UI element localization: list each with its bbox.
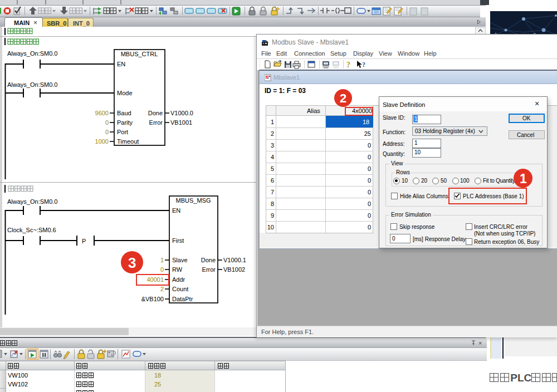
svg-text:2: 2: [160, 286, 164, 292]
svg-text:9600: 9600: [95, 110, 109, 116]
svg-text:EN: EN: [117, 61, 125, 67]
svg-text:1: 1: [160, 257, 164, 263]
svg-text:RW: RW: [172, 266, 183, 273]
svg-text:Count: Count: [172, 286, 188, 292]
svg-text:DataPtr: DataPtr: [172, 296, 193, 302]
svg-text:Always_On:SM0.0: Always_On:SM0.0: [7, 198, 57, 205]
svg-text:Port: Port: [117, 129, 128, 135]
svg-text:MBUS_CTRL: MBUS_CTRL: [121, 51, 158, 57]
svg-text:P: P: [82, 238, 86, 244]
svg-text:Done: Done: [148, 110, 163, 116]
svg-text:Baud: Baud: [117, 110, 131, 116]
svg-text:VB1001: VB1001: [170, 119, 192, 126]
svg-text:Mode: Mode: [117, 90, 133, 96]
svg-text:EN: EN: [172, 207, 180, 214]
svg-text:VB1002: VB1002: [223, 266, 245, 273]
svg-text:V1000.0: V1000.0: [170, 110, 193, 116]
svg-text:&VB100: &VB100: [141, 296, 164, 302]
svg-text:MBUS_MSG: MBUS_MSG: [176, 197, 211, 204]
svg-text:Parity: Parity: [117, 119, 133, 126]
svg-text:V1000.1: V1000.1: [223, 257, 246, 263]
svg-text:Error: Error: [149, 119, 163, 126]
svg-text:Timeout: Timeout: [117, 138, 139, 145]
svg-text:Always_On:SM0.0: Always_On:SM0.0: [7, 50, 57, 57]
svg-text:Addr: Addr: [172, 276, 185, 283]
svg-text:Clock_Sc~:SM0.6: Clock_Sc~:SM0.6: [7, 227, 56, 233]
svg-text:0: 0: [105, 119, 109, 126]
svg-text:?: ?: [346, 61, 350, 69]
svg-text:?: ?: [362, 61, 365, 68]
svg-text:0: 0: [105, 129, 109, 135]
svg-text:Slave: Slave: [172, 257, 188, 263]
svg-text:Error: Error: [202, 266, 216, 273]
svg-text:First: First: [172, 237, 184, 244]
svg-text:1000: 1000: [95, 138, 109, 145]
svg-text:Done: Done: [201, 257, 216, 263]
svg-text:0: 0: [160, 266, 164, 273]
svg-text:Always_On:SM0.0: Always_On:SM0.0: [7, 81, 57, 88]
